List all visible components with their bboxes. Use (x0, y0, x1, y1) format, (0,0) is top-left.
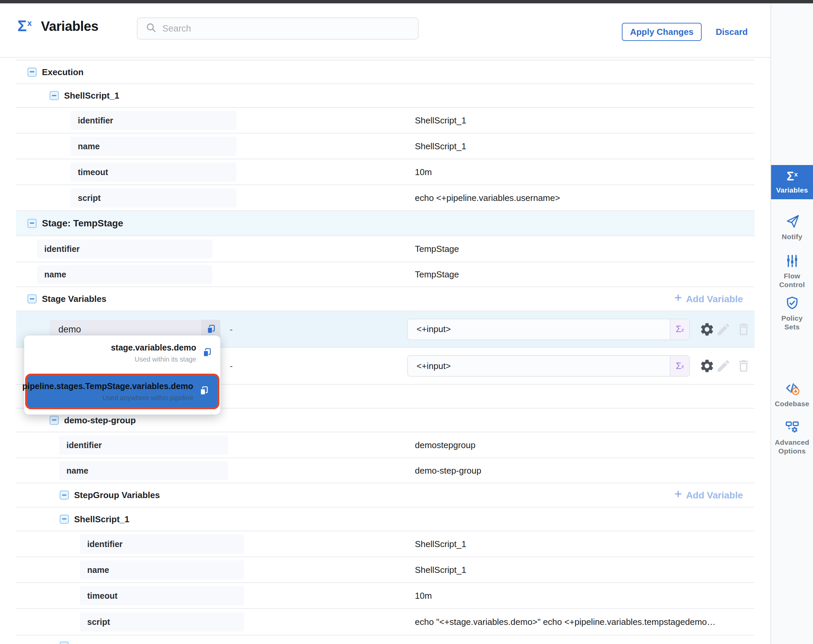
delete-icon[interactable] (736, 322, 751, 337)
collapse-icon[interactable] (28, 219, 37, 228)
sidebar-item-label: Variables (776, 186, 808, 195)
flow-gear-icon (784, 420, 800, 435)
page-header: Σx Variables Search Apply Changes Discar… (0, 3, 770, 58)
field-value: demostepgroup (415, 440, 476, 450)
settings-icon[interactable] (699, 322, 715, 337)
sidebar-item-label: Notify (782, 232, 802, 241)
section-label: Execution (42, 67, 83, 77)
sidebar-item-advanced-options[interactable]: AdvancedOptions (771, 420, 813, 455)
field-label: identifier (44, 244, 80, 254)
field-value: demo-step-group (415, 465, 481, 475)
variables-sigma-icon: Σx (787, 170, 797, 182)
collapse-icon[interactable] (60, 491, 69, 500)
sidebar-item-policy-sets[interactable]: PolicySets (771, 296, 813, 331)
sidebar-item-notify[interactable]: Notify (771, 214, 813, 241)
field-label-chip: identifier (80, 534, 244, 554)
add-variable-button[interactable]: Add Variable (674, 293, 743, 305)
variable-value-input[interactable]: <+input>Σx (407, 319, 690, 340)
field-row-identifier: identifierdemostepgroup (16, 432, 755, 458)
add-variable-button[interactable]: Add Variable (674, 490, 743, 501)
apply-changes-button[interactable]: Apply Changes (622, 23, 702, 41)
field-label: name (66, 466, 88, 475)
variable-value-text: <+input> (408, 361, 670, 371)
field-row-name: nameShellScript_1 (16, 557, 755, 583)
field-row-timeout: timeout10m (16, 583, 755, 609)
right-sidebar: ΣxVariablesNotifyFlowControlPolicySetsCo… (770, 3, 813, 644)
search-icon (146, 22, 157, 35)
field-row-identifier: identifierShellScript_1 (16, 108, 755, 133)
section-row-execution: Execution (16, 60, 755, 84)
field-row-name: namedemo-step-group (16, 458, 755, 483)
field-row-script: scriptecho "<+stage.variables.demo>" ech… (16, 609, 755, 636)
variable-path: pipeline.stages.TempStage.variables.demo (23, 381, 193, 391)
field-label-chip: script (80, 612, 244, 632)
delete-icon[interactable] (736, 358, 751, 374)
field-value: ShellScript_1 (415, 141, 466, 151)
section-label: demo-step-group (64, 415, 136, 425)
field-row-name: nameShellScript_1 (16, 133, 755, 159)
section-row-shellscript-1: ShellScript_1 (16, 508, 755, 531)
variable-path-popover: stage.variables.demoUsed within its stag… (24, 336, 220, 415)
field-value: TempStage (415, 244, 459, 254)
variable-value-input[interactable]: <+input>Σx (407, 355, 690, 377)
popover-item-selected[interactable]: pipeline.stages.TempStage.variables.demo… (27, 376, 217, 407)
field-row-identifier: identifierShellScript_1 (16, 531, 755, 557)
field-label: timeout (78, 167, 108, 177)
stage-row-stage-tempstage: Stage: TempStage (16, 211, 755, 236)
popover-item[interactable]: stage.variables.demoUsed within its stag… (111, 343, 212, 363)
collapse-icon[interactable] (50, 416, 59, 425)
field-label: name (87, 565, 109, 575)
edit-icon[interactable] (716, 322, 731, 337)
variable-scope: Used within its stage (135, 356, 196, 363)
sidebar-item-label: PolicySets (781, 314, 803, 331)
field-label-chip: name (80, 560, 244, 579)
sidebar-item-label: FlowControl (779, 272, 805, 289)
discard-button[interactable]: Discard (714, 23, 750, 41)
copy-icon[interactable] (199, 385, 209, 397)
field-value: 10m (415, 167, 432, 177)
sidebar-item-variables[interactable]: ΣxVariables (771, 165, 813, 199)
section-label: ShellScript_1 (64, 90, 120, 101)
search-input[interactable]: Search (137, 17, 419, 40)
field-value: 10m (415, 590, 432, 601)
field-label: name (44, 270, 66, 279)
collapse-icon[interactable] (28, 67, 37, 77)
field-label: identifier (87, 539, 123, 549)
field-label-chip: script (71, 188, 236, 207)
variable-path: stage.variables.demo (111, 343, 196, 353)
field-row-timeout: timeout10m (16, 159, 755, 185)
field-label-chip: name (37, 265, 212, 284)
field-value: echo "<+stage.variables.demo>" echo <+pi… (415, 617, 716, 627)
partial-row (16, 636, 755, 644)
variable-scope: Used anywhere within pipeline (103, 394, 193, 402)
field-value: ShellScript_1 (415, 115, 466, 126)
section-label: Stage Variables (42, 294, 106, 304)
collapse-icon[interactable] (60, 642, 69, 644)
settings-icon[interactable] (699, 358, 715, 374)
variable-type-dash: - (230, 361, 233, 371)
field-label-chip: identifier (71, 111, 236, 130)
copy-icon[interactable] (202, 347, 212, 359)
field-value: ShellScript_1 (415, 539, 466, 549)
add-variable-label: Add Variable (686, 490, 743, 500)
variable-name: demo (50, 324, 201, 334)
variable-value-text: <+input> (408, 324, 670, 334)
expression-toggle-button[interactable]: Σx (670, 356, 689, 376)
section-label: ShellScript_1 (74, 514, 129, 524)
collapse-icon[interactable] (28, 294, 37, 304)
sidebar-item-flow-control[interactable]: FlowControl (771, 253, 813, 289)
shield-check-icon (784, 296, 800, 311)
section-row-stage-variables: Stage VariablesAdd Variable (16, 287, 755, 311)
sidebar-item-codebase[interactable]: Codebase (771, 381, 813, 408)
collapse-icon[interactable] (60, 515, 69, 524)
field-label: timeout (87, 591, 117, 600)
search-placeholder: Search (162, 23, 191, 34)
popover-item-text: stage.variables.demoUsed within its stag… (111, 343, 196, 363)
section-row-stepgroup-variables: StepGroup VariablesAdd Variable (16, 483, 755, 508)
edit-icon[interactable] (716, 358, 731, 374)
expression-toggle-button[interactable]: Σx (670, 319, 689, 339)
collapse-icon[interactable] (50, 91, 59, 100)
field-value: ShellScript_1 (415, 564, 466, 575)
window-top-strip (0, 0, 813, 3)
field-row-identifier: identifierTempStage (16, 236, 755, 262)
